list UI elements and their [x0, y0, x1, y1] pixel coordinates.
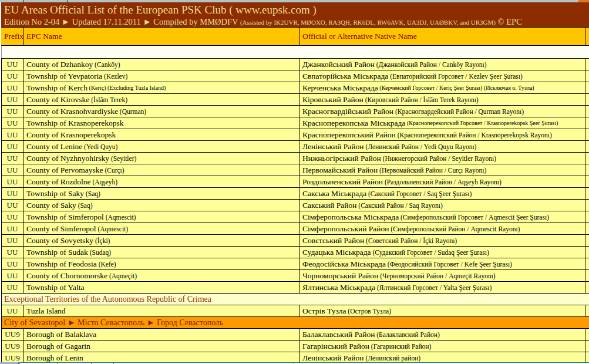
table-row[interactable]: UU9Borough of GagarinГагарінський Район …	[1, 341, 589, 352]
epc-name-paren: (Saq)	[84, 190, 100, 197]
native-name-text: Гагарінський Район	[302, 342, 369, 351]
epc-name-cell: Township of Krasnoperekopsk	[23, 117, 299, 129]
table-row[interactable]: UUCounty of Sovyetsky (İçki)Совєтський Р…	[1, 235, 589, 247]
table-header-row: Prefix EPC Name Official or Alternative …	[1, 27, 589, 46]
prefix-cell: UU	[2, 282, 23, 293]
native-name-text: Феодосійська Міськрада	[302, 259, 386, 269]
row-sliver-cell	[585, 223, 589, 234]
native-name-paren: (Симферопольский Район / Aqmescit Rayonı…	[389, 225, 520, 232]
cell-border-line	[19, 362, 589, 363]
table-row[interactable]: UUTownship of Kerch (Keriç) (Excluding T…	[1, 82, 589, 94]
epc-name-cell: County of Krasnohvardiyske (Qurman)	[23, 106, 299, 117]
table-row[interactable]: UUCounty of Lenine (Yedi Quyu)Ленінський…	[1, 141, 589, 153]
table-row[interactable]: UUTownship of YaltaЯлтинська Міськрада (…	[1, 282, 589, 294]
native-name-cell: Ленінський Район (Ленинский Район / Yedi…	[299, 141, 585, 152]
table-row[interactable]: UUCounty of Pervomayske (Curçı)Первомайс…	[1, 164, 589, 176]
native-name-text: Сакська Міськрада	[302, 189, 366, 198]
epc-name-text: Township of Yalta	[26, 283, 84, 292]
assisted-by-credits: (Assisted by IK2UVR, MØOXO, RA3QH, RK6DL…	[240, 19, 496, 26]
table-row[interactable]: UUCounty of Rozdolne (Aqşeyh)Роздольненс…	[1, 176, 589, 188]
prefix-cell: UU	[2, 258, 23, 269]
table-row[interactable]: UUTownship of Simferopol (Aqmescit)Сімфе…	[1, 211, 589, 223]
table-row[interactable]: UUTownship of Yevpatoria (Kezlev)Євпатор…	[1, 70, 589, 82]
epc-name-paren: (Keriç) (Excluding Tuzla Island)	[87, 85, 166, 91]
native-name-text: Красногвардійський Район	[302, 107, 393, 116]
native-name-text: Балаклавський Район	[302, 330, 375, 339]
table-row[interactable]: UUCounty of Nyzhnyohirsky (Seyitler)Нижн…	[1, 153, 589, 164]
table-row[interactable]: UUCounty of Dzhankoy (Canköy)Джанкойськи…	[1, 59, 589, 70]
native-name-paren: (Джанкойский Район / Canköy Rayonı)	[375, 61, 487, 68]
table-row[interactable]: UUCounty of Krasnohvardiyske (Qurman)Кра…	[1, 106, 589, 117]
epc-name-paren: (İçki)	[93, 237, 110, 244]
epc-name-text: County of Sovyetsky	[26, 236, 93, 245]
row-sliver-cell	[585, 153, 589, 164]
epc-name-text: County of Kirovske	[26, 95, 89, 105]
native-name-paren: (Красногвардейский Район / Qurman Rayonı…	[393, 108, 524, 115]
table-row[interactable]: UUCounty of Chornomorske (Aqmeçit)Чорном…	[1, 270, 589, 282]
epc-name-text: Borough of Balaklava	[26, 330, 96, 339]
table-row[interactable]: UUTownship of KrasnoperekopskКрасноперек…	[1, 117, 589, 129]
epc-name-cell: County of Rozdolne (Aqşeyh)	[23, 176, 299, 187]
table-row[interactable]: UU9Borough of BalaklavaБалаклавський Рай…	[1, 329, 589, 341]
native-name-text: Ленінський Район	[302, 142, 364, 151]
section-title: Exceptional Territories of the Autonomou…	[2, 295, 211, 304]
row-sliver-cell	[585, 94, 589, 105]
native-name-paren: (Ленинский район)	[364, 355, 421, 362]
native-name-cell: Джанкойський Район (Джанкойский Район / …	[299, 59, 585, 70]
column-header-native-name[interactable]: Official or Alternative Native Name	[299, 28, 585, 45]
native-name-text: Чорноморський Район	[302, 271, 378, 281]
row-sliver-cell	[585, 247, 589, 258]
epc-name-paren: (Saq)	[76, 202, 93, 209]
epc-name-paren: (Aqşeyh)	[91, 178, 118, 186]
section-row-orange[interactable]: City of Sevastopol ► Місто Севастополь ►…	[1, 317, 589, 329]
epc-name-cell: Borough of Balaklava	[23, 329, 299, 340]
prefix-cell: UU	[2, 270, 23, 281]
native-name-paren: (Балаклавский Район)	[375, 331, 439, 338]
native-name-cell: Красногвардійський Район (Красногвардейс…	[299, 106, 585, 117]
section-row-pale[interactable]: Exceptional Territories of the Autonomou…	[1, 294, 589, 305]
table-row[interactable]: UUCounty of Saky (Saq)Сакський Район (Са…	[1, 200, 589, 211]
row-sliver-cell	[585, 329, 589, 340]
table-row[interactable]: UUCounty of KrasnoperekopskКрасноперекоп…	[1, 129, 589, 141]
epc-name-cell: Township of Yevpatoria (Kezlev)	[23, 70, 299, 82]
table-row[interactable]: UUTownship of Sudak (Sudaq)Судацька Місь…	[1, 247, 589, 258]
native-name-text: Керченська Міськрада	[302, 83, 378, 93]
epc-name-text: County of Saky	[26, 201, 76, 210]
row-sliver-cell	[585, 106, 589, 117]
table-row[interactable]: UUCounty of Kirovske (İslâm Terek)Кіровс…	[1, 94, 589, 106]
native-name-paren: (Керченский Горсовет / Keriç Şeer Şurası…	[378, 85, 534, 91]
native-name-text: Роздольненський Район	[302, 177, 383, 187]
native-name-text: Совєтський Район	[302, 236, 364, 245]
native-name-paren: (Гагаринский Район)	[369, 343, 431, 350]
epc-name-cell: Township of Simferopol (Aqmescit)	[23, 211, 299, 223]
epc-name-cell: County of Simferopol (Aqmescit)	[23, 223, 299, 234]
epc-name-cell: Township of Sudak (Sudaq)	[23, 247, 299, 258]
epc-name-text: Township of Krasnoperekopsk	[26, 119, 124, 128]
edition-subtitle: Edition No 2-04 ► Updated 17.11.2011 ► C…	[1, 17, 589, 27]
column-header-epc-name[interactable]: EPC Name	[23, 28, 299, 45]
epc-name-paren: (Curçı)	[103, 167, 124, 174]
native-name-text: Красноперекопська Міськрада	[302, 119, 405, 128]
native-name-text: Сімферопольська Міськрада	[302, 213, 399, 222]
epc-name-text: County of Simferopol	[26, 224, 96, 234]
epc-name-paren: (Yedi Quyu)	[82, 143, 117, 150]
header-sliver-cell	[585, 28, 589, 45]
edition-info: Edition No 2-04 ► Updated 17.11.2011 ► C…	[4, 17, 240, 26]
epc-name-cell: County of Sovyetsky (İçki)	[23, 235, 299, 246]
table-row[interactable]: UUTuzla IslandОстрів Тузла (Остров Тузла…	[1, 305, 589, 317]
table-row[interactable]: UUTownship of Saky (Saq)Сакська Міськрад…	[1, 188, 589, 200]
native-name-text: Первомайський Район	[302, 166, 378, 175]
native-name-cell: Нижньогірський Район (Нижнегорский Район…	[299, 153, 585, 164]
epc-name-cell: Township of Feodosia (Kefe)	[23, 258, 299, 269]
column-header-prefix[interactable]: Prefix	[1, 28, 23, 45]
native-name-paren: (Красноперекопский Район / Krasnoperekop…	[396, 132, 552, 139]
native-name-cell: Балаклавський Район (Балаклавский Район)	[299, 329, 585, 340]
table-row[interactable]: UUCounty of Simferopol (Aqmescit)Сімферо…	[1, 223, 589, 235]
epc-name-text: Township of Yevpatoria	[26, 72, 102, 81]
epc-name-cell: County of Nyzhnyohirsky (Seyitler)	[23, 153, 299, 164]
table-row[interactable]: UUTownship of Feodosia (Kefe)Феодосійськ…	[1, 258, 589, 270]
native-name-cell: Сімферопольський Район (Симферопольский …	[299, 223, 585, 234]
epc-name-paren: (Qurman)	[118, 108, 146, 115]
native-name-paren: (Красноперекопский Горсовет / Krasnopere…	[405, 120, 558, 126]
native-name-text: Ленінський Район	[302, 353, 364, 363]
